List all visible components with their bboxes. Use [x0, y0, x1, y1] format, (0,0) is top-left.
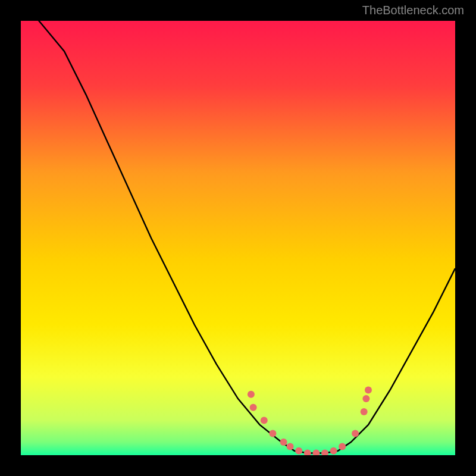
highlight-dot: [287, 443, 294, 450]
watermark-text: TheBottleneck.com: [362, 4, 464, 17]
chart-area: [21, 21, 455, 455]
curve-layer: [21, 21, 455, 455]
highlight-dot: [280, 439, 287, 446]
highlight-dot: [365, 387, 372, 394]
highlight-dot: [248, 391, 255, 398]
highlight-dot: [330, 447, 337, 455]
highlight-dot: [304, 449, 311, 455]
highlight-dot: [352, 430, 359, 437]
highlight-dot: [269, 430, 276, 437]
highlight-dot: [261, 417, 268, 424]
highlight-dot: [362, 395, 369, 402]
highlight-dot: [321, 449, 328, 455]
highlight-dot: [339, 443, 346, 450]
bottleneck-curve: [21, 21, 455, 453]
highlight-dots: [248, 387, 372, 456]
highlight-dot: [312, 449, 320, 455]
highlight-dot: [295, 447, 302, 455]
highlight-dot: [250, 404, 257, 411]
highlight-dot: [361, 408, 368, 415]
